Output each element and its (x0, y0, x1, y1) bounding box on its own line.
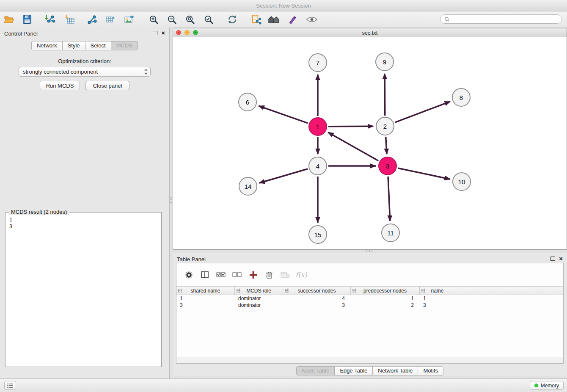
attribute-settings-button[interactable] (181, 268, 197, 282)
export-image-button[interactable] (122, 13, 136, 26)
network-window-titlebar[interactable]: × − + scc.txt (173, 28, 567, 37)
table-cell: dominator (235, 295, 283, 301)
zoom-selected-button[interactable] (201, 13, 216, 26)
new-network-button[interactable] (85, 13, 99, 26)
tab-edge-table[interactable]: Edge Table (334, 366, 373, 375)
select-all-button[interactable] (213, 268, 229, 282)
table-cell: 1 (351, 295, 420, 301)
zoom-fit-button[interactable] (183, 13, 197, 26)
table-panel-title: Table Panel (177, 256, 206, 262)
table-row[interactable]: 3dominator323 (176, 302, 563, 309)
column-header-MCDS-role[interactable]: MCDS role (235, 287, 283, 295)
dropdown-stepper-icon (144, 69, 148, 75)
column-header-name[interactable]: name (420, 287, 455, 295)
graph-node-3[interactable]: 3 (379, 157, 396, 175)
apply-layout-button[interactable] (225, 13, 239, 26)
task-history-button[interactable] (4, 381, 16, 390)
graph-edge-1-6[interactable] (259, 106, 308, 123)
graph-edge-4-14[interactable] (259, 169, 308, 183)
main-toolbar (0, 11, 567, 28)
deselect-all-button[interactable] (229, 268, 245, 282)
graph-node-6[interactable]: 6 (239, 93, 256, 111)
zoom-selected-icon (204, 14, 214, 25)
float-panel-icon[interactable] (550, 257, 555, 261)
tab-node-table[interactable]: Node Table (296, 366, 335, 375)
column-header-shared-name[interactable]: shared name (176, 287, 235, 295)
graph-node-label: 9 (383, 58, 386, 66)
graph-node-1[interactable]: 1 (309, 118, 327, 135)
graph-node-4[interactable]: 4 (309, 157, 327, 175)
memory-button[interactable]: Memory (530, 381, 564, 390)
open-session-button[interactable] (2, 13, 17, 26)
vertical-splitter[interactable] (170, 27, 173, 378)
tab-select[interactable]: Select (85, 41, 111, 50)
network-from-selection-button[interactable] (249, 13, 263, 26)
zoom-out-button[interactable] (165, 13, 179, 26)
show-hide-details-button[interactable] (305, 13, 319, 26)
import-network-button[interactable] (43, 13, 57, 26)
graph-edge-2-8[interactable] (395, 102, 450, 122)
status-bar: Memory (0, 378, 567, 392)
graph-edge-3-1[interactable] (328, 133, 378, 161)
graph-node-7[interactable]: 7 (309, 54, 327, 72)
close-panel-button[interactable]: Close panel (85, 81, 129, 90)
tab-motifs[interactable]: Motifs (418, 366, 443, 375)
graph-edge-2-9[interactable] (385, 74, 385, 116)
mcds-result-list: 13 (6, 213, 161, 230)
graph-node-2[interactable]: 2 (376, 117, 394, 135)
tab-network-table[interactable]: Network Table (372, 366, 418, 375)
import-network-icon (44, 14, 55, 25)
graph-node-8[interactable]: 8 (452, 88, 470, 106)
close-window-button[interactable]: × (176, 30, 181, 35)
graph-node-label: 14 (245, 183, 252, 190)
network-table-button[interactable] (103, 13, 118, 26)
node-table-body: 1dominator4113dominator323 (176, 295, 563, 309)
titlebar: Session: New Session (0, 0, 567, 11)
close-panel-icon[interactable]: × (161, 30, 165, 36)
import-table-button[interactable] (63, 13, 77, 26)
run-mcds-button[interactable]: Run MCDS (40, 81, 80, 90)
mcds-result-title: MCDS result (2 nodes) (9, 209, 69, 215)
zoom-in-icon (149, 14, 159, 25)
graph-edge-2-3[interactable] (386, 137, 387, 154)
mcds-result-box: MCDS result (2 nodes) 13 (5, 212, 162, 367)
table-cell: 4 (283, 295, 351, 301)
graph-node-15[interactable]: 15 (309, 226, 327, 243)
first-neighbors-button[interactable] (267, 13, 281, 26)
graph-node-9[interactable]: 9 (376, 53, 394, 71)
search-box (440, 14, 562, 24)
search-input[interactable] (452, 16, 558, 22)
graph-node-11[interactable]: 11 (382, 224, 399, 242)
criterion-dropdown-value: strongly connected component (23, 69, 98, 75)
zoom-in-button[interactable] (146, 13, 161, 26)
graph-node-14[interactable]: 14 (239, 177, 257, 195)
graph-edge-1-2[interactable] (328, 126, 373, 127)
delete-row-button[interactable] (261, 268, 277, 282)
split-panel-button[interactable] (197, 268, 213, 282)
save-session-button[interactable] (20, 13, 34, 26)
graph-node-10[interactable]: 10 (453, 173, 471, 190)
table-cell: dominator (235, 302, 283, 308)
graph-node-label: 4 (316, 163, 319, 170)
graph-node-label: 2 (383, 123, 387, 130)
function-builder-button[interactable]: f(x) (293, 268, 309, 282)
tab-style[interactable]: Style (62, 41, 85, 50)
add-row-button[interactable] (245, 268, 261, 282)
horizontal-splitter[interactable] (173, 250, 567, 253)
minimize-window-button[interactable]: − (184, 30, 190, 35)
save-floppy-icon (22, 15, 32, 24)
tab-mcds[interactable]: MCDS (111, 41, 138, 50)
close-panel-icon[interactable]: × (559, 256, 563, 261)
graph-edge-3-10[interactable] (398, 168, 450, 179)
tab-network[interactable]: Network (31, 41, 63, 50)
style-paint-button[interactable] (286, 13, 300, 26)
graph-edge-3-11[interactable] (388, 177, 390, 221)
column-header-successor-nodes[interactable]: successor nodes (283, 287, 351, 295)
column-header-predecessor-nodes[interactable]: predecessor nodes (351, 287, 420, 295)
criterion-dropdown[interactable]: strongly connected component (19, 67, 151, 77)
delete-table-button[interactable] (277, 268, 293, 282)
table-horizontal-scrollbar[interactable] (177, 357, 563, 363)
table-row[interactable]: 1dominator411 (176, 295, 563, 302)
float-panel-icon[interactable] (153, 31, 157, 35)
maximize-window-button[interactable]: + (193, 30, 198, 35)
